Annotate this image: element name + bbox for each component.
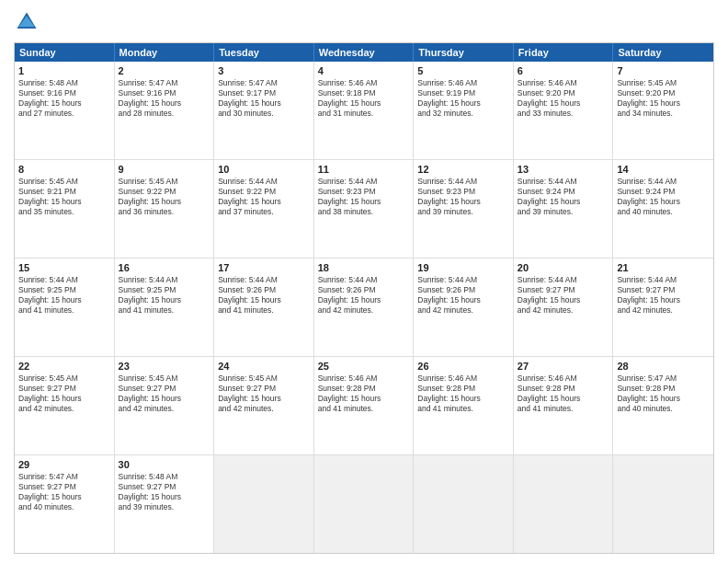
day-number: 20 (518, 261, 609, 274)
day-info-line: Sunrise: 5:48 AM (119, 472, 210, 482)
day-info-line: and 39 minutes. (518, 207, 609, 217)
calendar-cell: 17Sunrise: 5:44 AMSunset: 9:26 PMDayligh… (214, 259, 314, 356)
day-info-line: Sunset: 9:25 PM (18, 285, 110, 295)
day-info-line: Sunrise: 5:48 AM (18, 78, 110, 88)
day-info-line: Daylight: 15 hours (617, 295, 710, 305)
calendar-cell: 22Sunrise: 5:45 AMSunset: 9:27 PMDayligh… (15, 357, 115, 454)
day-info-line: Sunrise: 5:44 AM (518, 177, 609, 187)
calendar-header-cell: Sunday (15, 43, 115, 62)
calendar-cell: 14Sunrise: 5:44 AMSunset: 9:24 PMDayligh… (613, 160, 713, 258)
calendar-row: 8Sunrise: 5:45 AMSunset: 9:21 PMDaylight… (15, 160, 713, 259)
day-info-line: Sunrise: 5:44 AM (318, 177, 410, 187)
day-info-line: and 42 minutes. (617, 305, 710, 316)
day-info-line: Sunrise: 5:45 AM (119, 373, 210, 384)
day-info-line: and 32 minutes. (417, 109, 509, 119)
day-info-line: and 33 minutes. (518, 109, 609, 119)
day-number: 11 (318, 163, 410, 176)
day-info-line: and 42 minutes. (417, 305, 509, 316)
day-info-line: Sunset: 9:28 PM (617, 384, 710, 394)
day-info-line: Daylight: 15 hours (417, 295, 509, 305)
calendar-header-row: SundayMondayTuesdayWednesdayThursdayFrid… (15, 43, 713, 62)
day-info-line: Daylight: 15 hours (18, 98, 110, 109)
day-info-line: Sunset: 9:17 PM (218, 88, 310, 98)
day-info-line: Daylight: 15 hours (518, 98, 609, 109)
day-info-line: and 40 minutes. (617, 404, 710, 414)
day-info-line: Daylight: 15 hours (318, 197, 410, 207)
page: SundayMondayTuesdayWednesdayThursdayFrid… (0, 0, 728, 563)
calendar-cell: 26Sunrise: 5:46 AMSunset: 9:28 PMDayligh… (414, 357, 514, 454)
calendar-cell: 6Sunrise: 5:46 AMSunset: 9:20 PMDaylight… (514, 62, 614, 159)
day-number: 10 (218, 163, 310, 176)
day-info-line: Daylight: 15 hours (119, 98, 210, 109)
day-info-line: and 42 minutes. (218, 404, 310, 414)
calendar-row: 15Sunrise: 5:44 AMSunset: 9:25 PMDayligh… (15, 259, 713, 357)
calendar-cell: 19Sunrise: 5:44 AMSunset: 9:26 PMDayligh… (414, 259, 514, 356)
svg-marker-1 (18, 16, 35, 27)
day-info-line: Sunrise: 5:44 AM (218, 177, 310, 187)
day-info-line: Sunset: 9:28 PM (518, 384, 609, 394)
day-info-line: Sunrise: 5:46 AM (318, 373, 410, 384)
day-info-line: Sunrise: 5:44 AM (417, 177, 509, 187)
day-info-line: and 38 minutes. (318, 207, 410, 217)
calendar-cell: 16Sunrise: 5:44 AMSunset: 9:25 PMDayligh… (115, 259, 215, 356)
calendar: SundayMondayTuesdayWednesdayThursdayFrid… (14, 42, 714, 554)
calendar-cell: 10Sunrise: 5:44 AMSunset: 9:22 PMDayligh… (214, 160, 314, 258)
day-info-line: Daylight: 15 hours (18, 492, 110, 502)
day-info-line: Sunset: 9:28 PM (417, 384, 509, 394)
day-info-line: and 28 minutes. (119, 109, 210, 119)
day-info-line: and 36 minutes. (119, 207, 210, 217)
calendar-cell: 18Sunrise: 5:44 AMSunset: 9:26 PMDayligh… (314, 259, 415, 356)
day-info-line: Sunset: 9:24 PM (617, 187, 710, 197)
day-number: 4 (318, 64, 410, 77)
day-info-line: Daylight: 15 hours (218, 394, 310, 404)
day-info-line: Daylight: 15 hours (617, 98, 710, 109)
calendar-cell: 11Sunrise: 5:44 AMSunset: 9:23 PMDayligh… (314, 160, 415, 258)
day-info-line: Sunrise: 5:46 AM (417, 373, 509, 384)
day-info-line: Sunset: 9:26 PM (318, 285, 410, 295)
calendar-header-cell: Wednesday (314, 43, 415, 62)
day-info-line: and 41 minutes. (218, 305, 310, 316)
day-number: 22 (18, 360, 110, 373)
day-info-line: Daylight: 15 hours (318, 98, 410, 109)
day-number: 15 (18, 261, 110, 274)
calendar-header-cell: Friday (514, 43, 614, 62)
day-number: 26 (417, 360, 509, 373)
calendar-header-cell: Thursday (414, 43, 514, 62)
day-info-line: and 37 minutes. (218, 207, 310, 217)
day-info-line: Sunset: 9:25 PM (119, 285, 210, 295)
calendar-cell: 24Sunrise: 5:45 AMSunset: 9:27 PMDayligh… (214, 357, 314, 454)
day-info-line: Sunrise: 5:44 AM (617, 275, 710, 285)
day-info-line: Daylight: 15 hours (617, 394, 710, 404)
logo-icon (14, 9, 40, 35)
day-info-line: Sunset: 9:19 PM (417, 88, 509, 98)
day-info-line: and 31 minutes. (318, 109, 410, 119)
day-info-line: Sunset: 9:16 PM (119, 88, 210, 98)
day-info-line: Sunrise: 5:45 AM (18, 373, 110, 384)
day-info-line: and 42 minutes. (518, 305, 609, 316)
day-info-line: Sunrise: 5:46 AM (518, 373, 609, 384)
calendar-cell: 29Sunrise: 5:47 AMSunset: 9:27 PMDayligh… (15, 455, 115, 553)
day-info-line: Sunrise: 5:47 AM (617, 373, 710, 384)
day-info-line: Daylight: 15 hours (119, 197, 210, 207)
day-info-line: Daylight: 15 hours (218, 98, 310, 109)
calendar-cell (414, 455, 514, 553)
day-info-line: Daylight: 15 hours (518, 394, 609, 404)
day-number: 1 (18, 64, 110, 77)
calendar-body: 1Sunrise: 5:48 AMSunset: 9:16 PMDaylight… (15, 62, 713, 553)
calendar-cell: 13Sunrise: 5:44 AMSunset: 9:24 PMDayligh… (514, 160, 614, 258)
day-info-line: Daylight: 15 hours (617, 197, 710, 207)
day-info-line: Sunrise: 5:45 AM (218, 373, 310, 384)
day-number: 2 (119, 64, 210, 77)
day-number: 29 (18, 458, 110, 471)
day-info-line: Daylight: 15 hours (417, 98, 509, 109)
calendar-cell (214, 455, 314, 553)
day-number: 27 (518, 360, 609, 373)
day-info-line: Sunrise: 5:44 AM (617, 177, 710, 187)
day-info-line: and 27 minutes. (18, 109, 110, 119)
day-info-line: Sunrise: 5:45 AM (119, 177, 210, 187)
day-number: 6 (518, 64, 609, 77)
day-number: 23 (119, 360, 210, 373)
day-info-line: and 41 minutes. (119, 305, 210, 316)
day-info-line: Sunset: 9:22 PM (218, 187, 310, 197)
calendar-cell: 7Sunrise: 5:45 AMSunset: 9:20 PMDaylight… (613, 62, 713, 159)
